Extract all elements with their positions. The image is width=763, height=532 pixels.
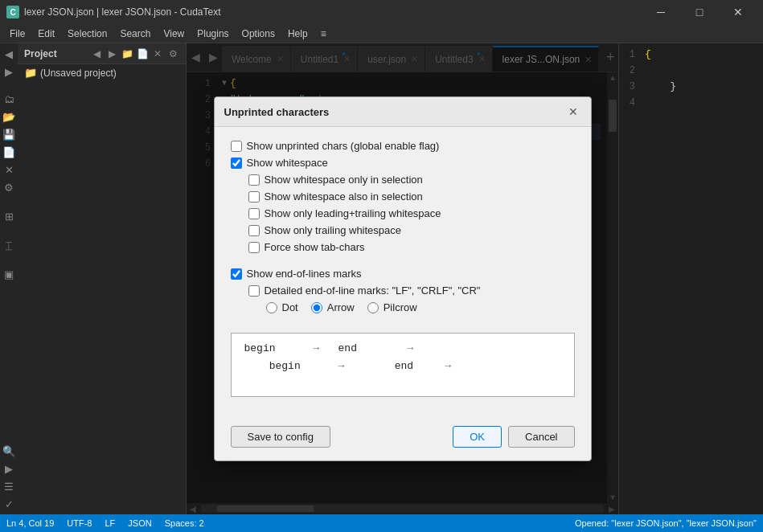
project-root-item[interactable]: 📁 (Unsaved project) xyxy=(18,64,186,81)
arrow-icon-1: → xyxy=(313,342,319,354)
unprinted-chars-dialog: Unprinted characters ✕ Show unprinted ch… xyxy=(214,96,592,461)
show-whitespace-label[interactable]: Show whitespace xyxy=(247,157,328,169)
ok-button[interactable]: OK xyxy=(453,426,502,448)
menu-view[interactable]: View xyxy=(157,25,191,43)
ws-also-selection-checkbox[interactable] xyxy=(248,191,260,203)
menu-selection[interactable]: Selection xyxy=(61,25,113,43)
global-enable-checkbox[interactable] xyxy=(231,141,242,152)
right-line-3: 3 xyxy=(619,79,638,95)
project-btn-remove[interactable]: ✕ xyxy=(151,47,164,60)
eol-detailed-label: Detailed end-of-line marks: "LF", "CRLF"… xyxy=(265,284,481,297)
status-language[interactable]: JSON xyxy=(128,518,151,528)
whitespace-section: Show whitespace Show whitespace only in … xyxy=(231,157,575,253)
sidebar-cursor-icon[interactable]: ⌶ xyxy=(2,238,16,252)
menu-help[interactable]: Help xyxy=(281,25,314,43)
sidebar-search-icon[interactable]: 🔍 xyxy=(2,444,16,458)
sidebar-tree-icon[interactable]: 🗂 xyxy=(2,92,16,106)
show-eol-row: Show end-of-lines marks xyxy=(231,268,575,280)
menu-extra[interactable]: ≡ xyxy=(314,25,333,43)
eol-detailed-row: Detailed end-of-line marks: "LF", "CRLF"… xyxy=(248,284,575,297)
right-line-4: 4 xyxy=(619,95,638,111)
status-spaces: Spaces: 2 xyxy=(165,518,204,528)
ws-only-selection-label: Show whitespace only in selection xyxy=(265,174,423,186)
right-gutter: 1 2 3 4 xyxy=(619,43,642,114)
menu-edit[interactable]: Edit xyxy=(31,25,61,43)
dialog-title-bar: Unprinted characters ✕ xyxy=(215,97,591,127)
dialog-overlay: Unprinted characters ✕ Show unprinted ch… xyxy=(187,43,618,514)
sidebar-settings-icon[interactable]: ⚙ xyxy=(2,180,16,194)
menu-plugins[interactable]: Plugins xyxy=(191,25,235,43)
ws-leading-trailing-row: Show only leading+trailing whitespace xyxy=(248,207,575,219)
status-bar: Ln 4, Col 19 UTF-8 LF JSON Spaces: 2 Ope… xyxy=(0,514,763,532)
whitespace-suboptions: Show whitespace only in selection Show w… xyxy=(231,174,575,253)
show-eol-label[interactable]: Show end-of-lines marks xyxy=(247,268,362,280)
maximize-button[interactable]: □ xyxy=(681,0,718,24)
status-position[interactable]: Ln 4, Col 19 xyxy=(6,518,54,528)
status-opened: Opened: "lexer JSON.json", "lexer JSON.j… xyxy=(575,518,757,528)
eol-arrow-radio[interactable] xyxy=(311,302,322,313)
eol-pilcrow-label[interactable]: Pilcrow xyxy=(384,301,417,313)
project-btn-settings[interactable]: ⚙ xyxy=(166,47,179,60)
sidebar-close-icon[interactable]: ✕ xyxy=(2,162,16,177)
show-whitespace-row: Show whitespace xyxy=(231,157,575,169)
menu-file[interactable]: File xyxy=(3,25,31,43)
sidebar-terminal-icon[interactable]: ▶ xyxy=(2,461,16,476)
eol-pilcrow-radio[interactable] xyxy=(367,302,379,313)
menu-options[interactable]: Options xyxy=(236,25,281,43)
nav-next-icon[interactable]: ▶ xyxy=(2,64,16,79)
right-line-2: 2 xyxy=(619,63,638,79)
ws-leading-trailing-label: Show only leading+trailing whitespace xyxy=(265,207,441,219)
preview-box: begin → end → begin → end → xyxy=(231,333,575,397)
cancel-button[interactable]: Cancel xyxy=(508,426,574,448)
minimize-button[interactable]: ─ xyxy=(642,0,679,24)
nav-prev-icon[interactable]: ◀ xyxy=(2,47,16,61)
show-eol-checkbox[interactable] xyxy=(231,268,242,280)
project-btn-new[interactable]: 📄 xyxy=(136,47,149,60)
activity-bar: ◀ ▶ 🗂 📂 💾 📄 ✕ ⚙ ⊞ ⌶ ▣ 🔍 ▶ ☰ ✓ xyxy=(0,43,18,514)
ws-trailing-label: Show only trailing whitespace xyxy=(265,224,402,236)
right-panel-content: 1 2 3 4 { } xyxy=(619,43,763,114)
sidebar-check-icon[interactable]: ✓ xyxy=(2,497,16,511)
dialog-title: Unprinted characters xyxy=(224,106,330,118)
ws-also-selection-label: Show whitespace also in selection xyxy=(265,190,423,203)
sidebar-symbols-icon[interactable]: ⊞ xyxy=(2,209,16,223)
ws-tab-chars-checkbox[interactable] xyxy=(248,242,260,253)
dialog-close-button[interactable]: ✕ xyxy=(565,104,581,120)
ws-only-selection-checkbox[interactable] xyxy=(248,174,260,186)
right-line-1: 1 xyxy=(619,47,638,63)
status-line-ending[interactable]: LF xyxy=(105,518,116,528)
sidebar-open-icon[interactable]: 📂 xyxy=(2,109,16,124)
ws-tab-chars-row: Force show tab-chars xyxy=(248,241,575,253)
global-enable-label[interactable]: Show unprinted chars (global enable flag… xyxy=(247,140,440,152)
project-toolbar: ◀ ▶ 📁 📄 ✕ ⚙ xyxy=(90,47,179,60)
project-btn-forward[interactable]: ▶ xyxy=(105,47,118,60)
status-left: Ln 4, Col 19 UTF-8 LF JSON Spaces: 2 xyxy=(6,518,204,528)
eol-suboptions: Detailed end-of-line marks: "LF", "CRLF"… xyxy=(231,284,575,318)
right-code-line-1: { xyxy=(645,47,676,63)
sidebar-lines-icon[interactable]: ☰ xyxy=(2,479,16,493)
project-btn-folder[interactable]: 📁 xyxy=(121,47,133,60)
eol-detailed-checkbox[interactable] xyxy=(248,285,260,297)
eol-arrow-label[interactable]: Arrow xyxy=(327,301,355,313)
show-whitespace-checkbox[interactable] xyxy=(231,158,242,169)
project-btn-back[interactable]: ◀ xyxy=(90,47,103,60)
save-to-config-button[interactable]: Save to config xyxy=(231,426,330,448)
eol-dot-row: Dot xyxy=(266,301,298,313)
menu-search[interactable]: Search xyxy=(113,25,157,43)
title-bar: C lexer JSON.json | lexer JSON.json - Cu… xyxy=(0,0,763,24)
eol-dot-label[interactable]: Dot xyxy=(282,301,298,313)
status-encoding[interactable]: UTF-8 xyxy=(67,518,92,528)
app-icon: C xyxy=(6,6,19,18)
global-section: Show unprinted chars (global enable flag… xyxy=(231,140,575,152)
preview-line-1: begin → end → xyxy=(244,340,561,358)
sidebar-save-icon[interactable]: 💾 xyxy=(2,127,16,141)
eol-section: Show end-of-lines marks Detailed end-of-… xyxy=(231,268,575,318)
title-bar-left: C lexer JSON.json | lexer JSON.json - Cu… xyxy=(6,6,221,18)
ws-leading-trailing-checkbox[interactable] xyxy=(248,208,260,219)
eol-dot-radio[interactable] xyxy=(266,302,277,313)
ws-trailing-checkbox[interactable] xyxy=(248,225,260,236)
sidebar-misc-icon[interactable]: ▣ xyxy=(2,267,16,281)
close-button[interactable]: ✕ xyxy=(720,0,757,24)
main-area: ◀ ▶ 🗂 📂 💾 📄 ✕ ⚙ ⊞ ⌶ ▣ 🔍 ▶ ☰ ✓ Project ◀ … xyxy=(0,43,763,514)
sidebar-new-icon[interactable]: 📄 xyxy=(2,145,16,159)
